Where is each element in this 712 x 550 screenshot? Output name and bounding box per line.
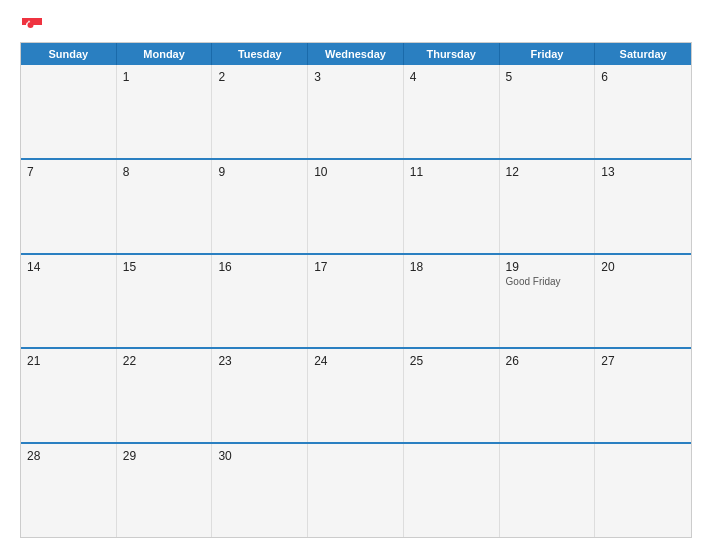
calendar: SundayMondayTuesdayWednesdayThursdayFrid… xyxy=(20,42,692,538)
cal-day-6: 6 xyxy=(595,65,691,158)
cal-day-19: 19Good Friday xyxy=(500,255,596,348)
cal-day-7: 7 xyxy=(21,160,117,253)
cal-day-13: 13 xyxy=(595,160,691,253)
cal-day-17: 17 xyxy=(308,255,404,348)
header xyxy=(20,18,692,32)
day-number: 21 xyxy=(27,354,40,368)
day-number: 25 xyxy=(410,354,423,368)
day-number: 26 xyxy=(506,354,519,368)
cal-day-2: 2 xyxy=(212,65,308,158)
calendar-week-3: 141516171819Good Friday20 xyxy=(21,253,691,348)
cal-day-11: 11 xyxy=(404,160,500,253)
cal-day-18: 18 xyxy=(404,255,500,348)
cal-day-25: 25 xyxy=(404,349,500,442)
day-number: 29 xyxy=(123,449,136,463)
day-number: 14 xyxy=(27,260,40,274)
cal-day-20: 20 xyxy=(595,255,691,348)
cal-day-8: 8 xyxy=(117,160,213,253)
cal-day-12: 12 xyxy=(500,160,596,253)
cal-day-28: 28 xyxy=(21,444,117,537)
day-number: 17 xyxy=(314,260,327,274)
day-number: 13 xyxy=(601,165,614,179)
cal-day-22: 22 xyxy=(117,349,213,442)
cal-day-26: 26 xyxy=(500,349,596,442)
cal-day-24: 24 xyxy=(308,349,404,442)
day-number: 27 xyxy=(601,354,614,368)
cal-day-empty xyxy=(21,65,117,158)
day-number: 11 xyxy=(410,165,423,179)
day-number: 7 xyxy=(27,165,34,179)
cal-day-empty xyxy=(500,444,596,537)
cal-day-23: 23 xyxy=(212,349,308,442)
day-number: 9 xyxy=(218,165,225,179)
day-number: 18 xyxy=(410,260,423,274)
weekday-header-wednesday: Wednesday xyxy=(308,43,404,65)
day-number: 10 xyxy=(314,165,327,179)
cal-day-3: 3 xyxy=(308,65,404,158)
cal-day-30: 30 xyxy=(212,444,308,537)
calendar-body: 12345678910111213141516171819Good Friday… xyxy=(21,65,691,537)
cal-day-5: 5 xyxy=(500,65,596,158)
logo xyxy=(20,18,42,32)
cal-day-10: 10 xyxy=(308,160,404,253)
day-number: 4 xyxy=(410,70,417,84)
calendar-week-5: 282930 xyxy=(21,442,691,537)
cal-day-16: 16 xyxy=(212,255,308,348)
calendar-week-1: 123456 xyxy=(21,65,691,158)
day-number: 12 xyxy=(506,165,519,179)
day-number: 19 xyxy=(506,260,519,274)
calendar-week-4: 21222324252627 xyxy=(21,347,691,442)
cal-day-empty xyxy=(404,444,500,537)
day-number: 6 xyxy=(601,70,608,84)
weekday-header-sunday: Sunday xyxy=(21,43,117,65)
cal-day-15: 15 xyxy=(117,255,213,348)
logo-flag-icon xyxy=(22,18,42,32)
weekday-header-tuesday: Tuesday xyxy=(212,43,308,65)
cal-day-4: 4 xyxy=(404,65,500,158)
day-number: 28 xyxy=(27,449,40,463)
cal-day-29: 29 xyxy=(117,444,213,537)
weekday-header-friday: Friday xyxy=(500,43,596,65)
day-number: 3 xyxy=(314,70,321,84)
calendar-week-2: 78910111213 xyxy=(21,158,691,253)
day-number: 24 xyxy=(314,354,327,368)
weekday-header-thursday: Thursday xyxy=(404,43,500,65)
day-number: 8 xyxy=(123,165,130,179)
day-number: 16 xyxy=(218,260,231,274)
cal-day-empty xyxy=(595,444,691,537)
day-number: 15 xyxy=(123,260,136,274)
cal-day-21: 21 xyxy=(21,349,117,442)
svg-point-3 xyxy=(28,22,34,28)
cal-day-9: 9 xyxy=(212,160,308,253)
day-number: 20 xyxy=(601,260,614,274)
holiday-label: Good Friday xyxy=(506,276,589,287)
day-number: 5 xyxy=(506,70,513,84)
weekday-header-saturday: Saturday xyxy=(595,43,691,65)
cal-day-14: 14 xyxy=(21,255,117,348)
day-number: 22 xyxy=(123,354,136,368)
day-number: 23 xyxy=(218,354,231,368)
page: SundayMondayTuesdayWednesdayThursdayFrid… xyxy=(0,0,712,550)
cal-day-1: 1 xyxy=(117,65,213,158)
day-number: 2 xyxy=(218,70,225,84)
calendar-header: SundayMondayTuesdayWednesdayThursdayFrid… xyxy=(21,43,691,65)
day-number: 1 xyxy=(123,70,130,84)
cal-day-empty xyxy=(308,444,404,537)
cal-day-27: 27 xyxy=(595,349,691,442)
weekday-header-monday: Monday xyxy=(117,43,213,65)
day-number: 30 xyxy=(218,449,231,463)
